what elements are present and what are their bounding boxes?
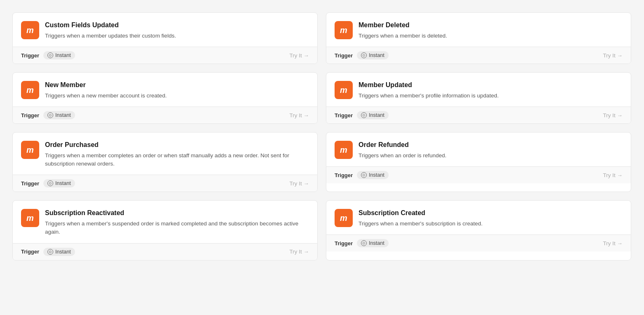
footer-left: Trigger ⊙ Instant [335,239,389,247]
clock-icon: ⊙ [47,52,53,58]
badge-text: Instant [55,112,71,118]
try-it-link[interactable]: Try It → [290,52,309,59]
footer-left: Trigger ⊙ Instant [21,111,75,119]
card-title: Custom Fields Updated [45,21,176,30]
card-description: Triggers when a member's suspended order… [45,220,309,237]
badge-text: Instant [369,240,385,246]
badge-text: Instant [369,52,385,58]
card-description: Triggers when a new member account is cr… [45,92,167,100]
card-title: Order Purchased [45,141,309,149]
card-order-refunded: m Order Refunded Triggers when an order … [326,132,631,192]
badge-text: Instant [55,52,71,58]
try-it-label: Try It → [603,52,623,59]
clock-icon: ⊙ [361,172,367,178]
instant-badge: ⊙ Instant [43,111,75,119]
try-it-link[interactable]: Try It → [290,249,309,255]
card-description: Triggers when a member's subscription is… [359,220,483,228]
footer-left: Trigger ⊙ Instant [21,248,75,256]
instant-badge: ⊙ Instant [357,171,389,179]
card-description: Triggers when a member is deleted. [359,32,447,40]
try-it-link[interactable]: Try It → [603,112,623,118]
card-description: Triggers when a member updates their cus… [45,32,176,40]
card-body: m Subscription Reactivated Triggers when… [13,201,317,243]
card-description: Triggers when an order is refunded. [359,152,446,160]
instant-badge: ⊙ Instant [43,51,75,59]
badge-text: Instant [55,180,71,186]
trigger-label: Trigger [21,112,39,118]
clock-icon: ⊙ [361,52,367,58]
card-title: Member Updated [359,81,499,90]
try-it-link[interactable]: Try It → [603,240,623,246]
footer-left: Trigger ⊙ Instant [335,111,389,119]
try-it-link[interactable]: Try It → [603,52,623,59]
badge-text: Instant [369,172,385,178]
card-body: m Member Updated Triggers when a member'… [326,73,631,107]
brand-logo: m [335,81,353,99]
card-subscription-created: m Subscription Created Triggers when a m… [326,200,631,260]
brand-logo: m [21,81,39,99]
footer-left: Trigger ⊙ Instant [21,179,75,187]
trigger-label: Trigger [335,172,353,178]
footer-left: Trigger ⊙ Instant [21,51,75,59]
try-it-label: Try It → [290,249,309,255]
card-text: Custom Fields Updated Triggers when a me… [45,21,176,40]
card-body: m Subscription Created Triggers when a m… [326,201,631,234]
footer-left: Trigger ⊙ Instant [335,171,389,179]
instant-badge: ⊙ Instant [357,239,389,247]
trigger-label: Trigger [335,240,353,246]
card-title: Member Deleted [359,21,447,30]
trigger-label: Trigger [335,52,353,59]
card-member-updated: m Member Updated Triggers when a member'… [326,72,631,124]
instant-badge: ⊙ Instant [43,248,75,256]
card-footer: Trigger ⊙ Instant Try It → [13,175,317,192]
clock-icon: ⊙ [361,240,367,246]
card-order-purchased: m Order Purchased Triggers when a member… [12,132,318,192]
card-footer: Trigger ⊙ Instant Try It → [326,234,631,251]
card-body: m New Member Triggers when a new member … [13,73,317,107]
card-title: New Member [45,81,167,90]
card-text: Member Deleted Triggers when a member is… [359,21,447,40]
badge-text: Instant [369,112,385,118]
brand-logo: m [335,141,353,159]
card-text: Order Refunded Triggers when an order is… [359,141,446,160]
trigger-label: Trigger [335,112,353,118]
clock-icon: ⊙ [361,112,367,118]
try-it-link[interactable]: Try It → [603,172,623,178]
try-it-label: Try It → [290,112,309,118]
card-custom-fields-updated: m Custom Fields Updated Triggers when a … [12,12,318,64]
card-body: m Member Deleted Triggers when a member … [326,13,631,47]
card-footer: Trigger ⊙ Instant Try It → [326,47,631,64]
brand-logo: m [21,141,39,159]
trigger-label: Trigger [21,249,39,255]
card-text: New Member Triggers when a new member ac… [45,81,167,100]
trigger-label: Trigger [21,180,39,187]
footer-left: Trigger ⊙ Instant [335,51,389,59]
try-it-label: Try It → [290,180,309,187]
card-footer: Trigger ⊙ Instant Try It → [326,107,631,123]
brand-logo: m [21,209,39,227]
trigger-label: Trigger [21,52,39,59]
brand-logo: m [335,21,353,39]
card-body: m Custom Fields Updated Triggers when a … [13,13,317,47]
card-title: Subscription Reactivated [45,209,309,218]
cards-grid: m Custom Fields Updated Triggers when a … [12,12,631,261]
card-text: Order Purchased Triggers when a member c… [45,141,309,168]
instant-badge: ⊙ Instant [357,111,389,119]
card-text: Subscription Created Triggers when a mem… [359,209,483,228]
card-text: Member Updated Triggers when a member's … [359,81,499,100]
card-description: Triggers when a member's profile informa… [359,92,499,100]
card-text: Subscription Reactivated Triggers when a… [45,209,309,236]
try-it-link[interactable]: Try It → [290,112,309,118]
card-footer: Trigger ⊙ Instant Try It → [13,47,317,64]
card-member-deleted: m Member Deleted Triggers when a member … [326,12,631,64]
card-new-member: m New Member Triggers when a new member … [12,72,318,124]
try-it-link[interactable]: Try It → [290,180,309,187]
card-title: Order Refunded [359,141,446,149]
clock-icon: ⊙ [47,180,53,186]
card-footer: Trigger ⊙ Instant Try It → [13,107,317,123]
card-body: m Order Refunded Triggers when an order … [326,133,631,166]
card-body: m Order Purchased Triggers when a member… [13,133,317,175]
try-it-label: Try It → [290,52,309,59]
card-subscription-reactivated: m Subscription Reactivated Triggers when… [12,200,318,260]
clock-icon: ⊙ [47,249,53,255]
